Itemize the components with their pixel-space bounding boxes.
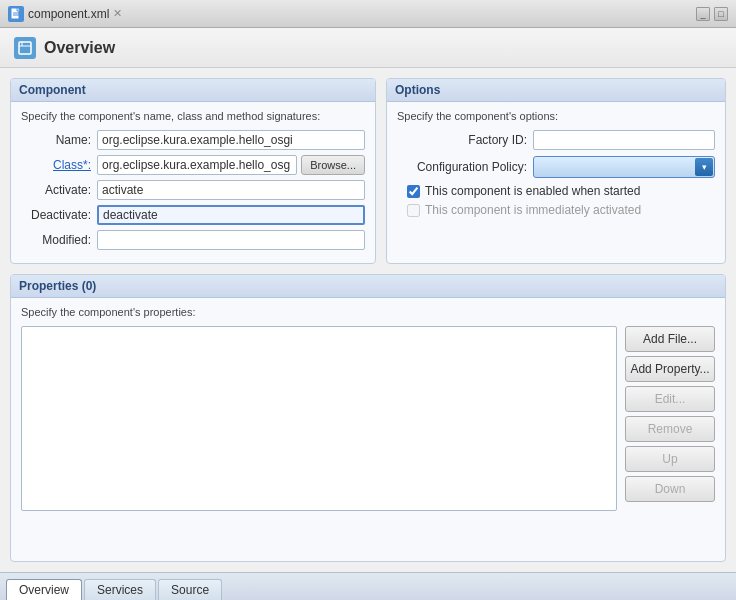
enabled-checkbox[interactable]	[407, 185, 420, 198]
maximize-button[interactable]: □	[714, 7, 728, 21]
checkbox2-row: This component is immediately activated	[407, 203, 715, 217]
edit-button[interactable]: Edit...	[625, 386, 715, 412]
deactivate-row: Deactivate:	[21, 205, 365, 225]
browse-button[interactable]: Browse...	[301, 155, 365, 175]
properties-buttons: Add File... Add Property... Edit... Remo…	[625, 326, 715, 511]
immediate-checkbox[interactable]	[407, 204, 420, 217]
minimize-button[interactable]: _	[696, 7, 710, 21]
options-description: Specify the component's options:	[397, 110, 715, 122]
name-input[interactable]	[97, 130, 365, 150]
properties-section: Properties (0) Specify the component's p…	[10, 274, 726, 562]
tab-services[interactable]: Services	[84, 579, 156, 600]
properties-section-body: Specify the component's properties: Add …	[11, 298, 725, 519]
enabled-checkbox-label: This component is enabled when started	[425, 184, 640, 198]
component-description: Specify the component's name, class and …	[21, 110, 365, 122]
properties-description: Specify the component's properties:	[21, 306, 715, 318]
name-label: Name:	[21, 133, 91, 147]
options-section-body: Specify the component's options: Factory…	[387, 102, 725, 230]
component-section-body: Specify the component's name, class and …	[11, 102, 375, 263]
tab-source[interactable]: Source	[158, 579, 222, 600]
immediate-checkbox-label: This component is immediately activated	[425, 203, 641, 217]
options-section-header: Options	[387, 79, 725, 102]
deactivate-label: Deactivate:	[21, 208, 91, 222]
config-policy-select-wrapper: optional require ignore ▾	[533, 156, 715, 178]
checkbox1-row: This component is enabled when started	[407, 184, 715, 198]
main-content: Component Specify the component's name, …	[0, 68, 736, 572]
component-section: Component Specify the component's name, …	[10, 78, 376, 264]
activate-input[interactable]	[97, 180, 365, 200]
up-button[interactable]: Up	[625, 446, 715, 472]
class-label[interactable]: Class*:	[21, 158, 91, 172]
add-property-button[interactable]: Add Property...	[625, 356, 715, 382]
down-button[interactable]: Down	[625, 476, 715, 502]
overview-icon	[14, 37, 36, 59]
activate-label: Activate:	[21, 183, 91, 197]
factory-id-input[interactable]	[533, 130, 715, 150]
remove-button[interactable]: Remove	[625, 416, 715, 442]
modified-input[interactable]	[97, 230, 365, 250]
class-input[interactable]	[97, 155, 297, 175]
properties-section-header: Properties (0)	[11, 275, 725, 298]
name-row: Name:	[21, 130, 365, 150]
properties-inner: Add File... Add Property... Edit... Remo…	[21, 326, 715, 511]
modified-label: Modified:	[21, 233, 91, 247]
activate-row: Activate:	[21, 180, 365, 200]
tab-overview[interactable]: Overview	[6, 579, 82, 600]
window-controls: _ □	[696, 7, 728, 21]
config-policy-row: Configuration Policy: optional require i…	[397, 156, 715, 178]
page-title: Overview	[44, 39, 115, 57]
file-name: component.xml	[28, 7, 109, 21]
file-icon	[8, 6, 24, 22]
properties-table	[21, 326, 617, 511]
factory-id-row: Factory ID:	[397, 130, 715, 150]
svg-rect-3	[19, 42, 31, 54]
modified-row: Modified:	[21, 230, 365, 250]
config-policy-select[interactable]: optional require ignore	[533, 156, 715, 178]
deactivate-input[interactable]	[97, 205, 365, 225]
class-row: Class*: Browse...	[21, 155, 365, 175]
component-section-header: Component	[11, 79, 375, 102]
close-icon[interactable]: ✕	[113, 7, 122, 20]
page-header: Overview	[0, 28, 736, 68]
factory-id-label: Factory ID:	[397, 133, 527, 147]
add-file-button[interactable]: Add File...	[625, 326, 715, 352]
bottom-tabs: Overview Services Source	[0, 572, 736, 600]
options-section: Options Specify the component's options:…	[386, 78, 726, 264]
title-bar: component.xml ✕ _ □	[0, 0, 736, 28]
top-row: Component Specify the component's name, …	[10, 78, 726, 264]
config-policy-label: Configuration Policy:	[397, 160, 527, 174]
